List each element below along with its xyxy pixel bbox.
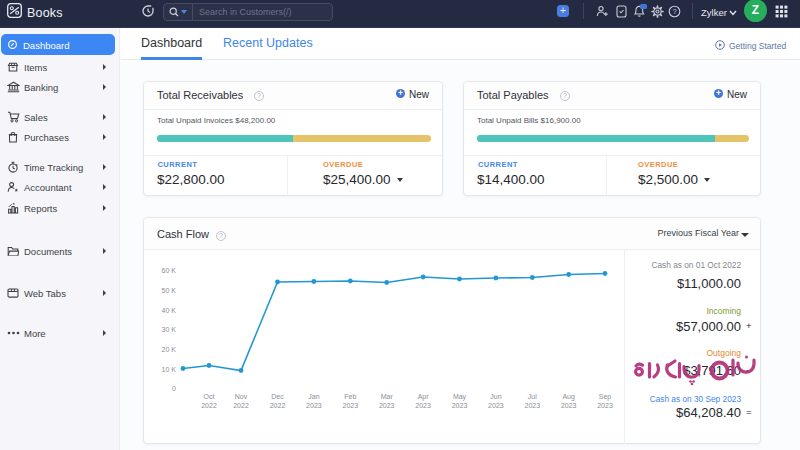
svg-text:Oct: Oct: [204, 393, 215, 400]
svg-text:2022: 2022: [270, 402, 286, 409]
svg-text:Jun: Jun: [490, 393, 501, 400]
svg-text:Sep: Sep: [599, 393, 612, 401]
svg-text:Feb: Feb: [344, 393, 356, 400]
svg-text:2023: 2023: [452, 402, 468, 409]
svg-text:2023: 2023: [488, 402, 504, 409]
svg-text:2022: 2022: [201, 402, 217, 409]
svg-text:2023: 2023: [306, 402, 322, 409]
svg-text:2022: 2022: [233, 402, 249, 409]
svg-text:Mar: Mar: [381, 393, 394, 400]
svg-text:0: 0: [172, 385, 176, 392]
svg-text:?: ?: [672, 7, 676, 16]
svg-text:2023: 2023: [597, 402, 613, 409]
svg-text:Jul: Jul: [528, 393, 537, 400]
svg-text:Jan: Jan: [308, 393, 319, 400]
svg-text:Aug: Aug: [562, 393, 575, 401]
svg-text:Dec: Dec: [271, 393, 284, 400]
svg-text:Apr: Apr: [418, 393, 430, 401]
svg-text:2023: 2023: [561, 402, 577, 409]
svg-text:20 K: 20 K: [162, 346, 177, 353]
svg-text:30 K: 30 K: [162, 326, 177, 333]
svg-text:2023: 2023: [525, 402, 541, 409]
svg-text:2023: 2023: [415, 402, 431, 409]
svg-text:2023: 2023: [343, 402, 359, 409]
svg-text:60 K: 60 K: [162, 267, 177, 274]
svg-text:50 K: 50 K: [162, 287, 177, 294]
svg-text:May: May: [453, 393, 467, 401]
svg-text:Nov: Nov: [235, 393, 248, 400]
svg-text:10 K: 10 K: [162, 366, 177, 373]
svg-text:40 K: 40 K: [162, 307, 177, 314]
svg-text:2023: 2023: [379, 402, 395, 409]
